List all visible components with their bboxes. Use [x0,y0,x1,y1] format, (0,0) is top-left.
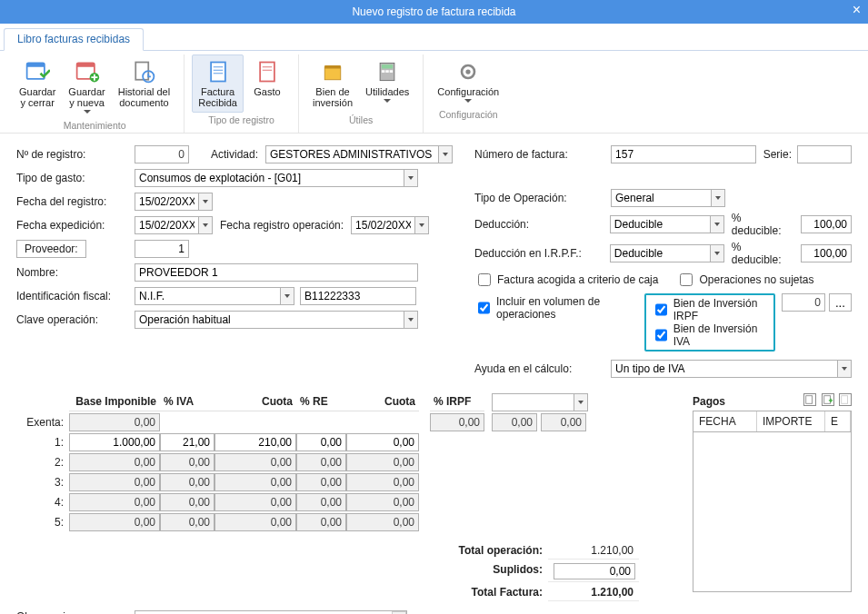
ded-irpf-combo[interactable] [610,244,724,262]
proveedor-button[interactable]: Proveedor: [16,240,86,258]
chevron-down-icon[interactable] [198,216,213,234]
bien-browse-button[interactable]: ... [829,293,852,312]
factura-recibida-button[interactable]: Factura Recibida [192,54,244,113]
nombre-input[interactable] [135,263,418,282]
chevron-down-icon[interactable] [711,189,725,207]
grid-row: 5: [16,513,678,531]
save-and-close-button[interactable]: Guardar y cerrar [13,54,62,118]
iva-input [160,493,215,511]
expense-icon [254,59,280,84]
save-and-new-button[interactable]: Guardar y nueva [62,54,111,118]
chevron-down-icon[interactable] [574,393,588,411]
num-factura-input[interactable] [611,145,756,163]
clave-op-combo[interactable] [135,311,418,329]
actividad-combo[interactable] [265,145,453,163]
actividad-label: Actividad: [211,148,258,161]
serie-input[interactable] [797,145,852,163]
fecha-registro-combo[interactable] [135,193,213,211]
pagos-title: Pagos [693,395,725,408]
pct-deducible2-input[interactable] [801,244,852,262]
pagos-col-importe: IMPORTE [757,411,825,431]
svg-rect-24 [823,396,830,404]
chevron-down-icon[interactable] [438,145,453,163]
pago-new-icon[interactable] [803,393,816,406]
id-fiscal-type-combo[interactable] [135,287,294,305]
cuota-input [215,493,296,511]
row-label: 5: [16,516,69,529]
cuota2-input[interactable] [346,433,419,451]
bien-inversion-button[interactable]: Bien de inversión [306,54,359,113]
iva-input[interactable] [160,433,215,451]
cuota-input [215,453,296,471]
base-input[interactable] [69,433,160,451]
window-title: Nuevo registro de factura recibida [352,5,515,18]
chevron-down-icon[interactable] [198,193,213,211]
deduccion-label: Deducción: [474,218,610,231]
pago-add-icon[interactable] [822,393,834,406]
fecha-expedicion-input[interactable] [135,216,198,234]
chevron-down-icon[interactable] [404,311,418,329]
irpf-pct-combo[interactable] [492,393,588,411]
re-input[interactable] [296,433,346,451]
svg-rect-23 [806,396,813,404]
id-fiscal-input[interactable] [300,287,416,305]
gasto-button[interactable]: Gasto [244,54,291,113]
group-label-utiles: Útiles [349,114,373,125]
chk-op-no-sujetas[interactable]: Operaciones no sujetas [676,271,813,289]
ayuda-input[interactable] [611,360,837,378]
utilidades-button[interactable]: Utilidades [359,54,415,113]
ded-irpf-input[interactable] [610,244,710,262]
pago-del-icon[interactable] [839,393,852,406]
chevron-down-icon[interactable] [710,244,724,262]
chevron-down-icon [84,110,91,114]
tipo-op-combo[interactable] [611,189,725,207]
chk-criterio-caja[interactable]: Factura acogida a criterio de caja [474,271,658,289]
close-icon[interactable]: × [853,2,861,18]
fecha-registro-input[interactable] [135,193,198,211]
cuota-input[interactable] [215,433,296,451]
re-input [296,513,346,531]
tab-strip: Libro facturas recibidas [0,24,868,51]
ayuda-combo[interactable] [611,360,852,378]
fecha-expedicion-combo[interactable] [135,216,213,234]
chevron-down-icon[interactable] [837,360,852,378]
irpf-pct-input[interactable] [492,393,574,411]
clave-op-input[interactable] [135,311,404,329]
serie-label: Serie: [763,148,792,161]
actividad-input[interactable] [265,145,438,163]
chevron-down-icon [384,99,391,103]
cuota-input [215,473,296,491]
tipo-gasto-combo[interactable] [135,169,418,187]
chevron-down-icon[interactable] [710,215,724,233]
chk-volumen-op[interactable]: Incluir en volumen de operaciones [474,295,638,321]
deduccion-combo[interactable] [610,215,724,233]
suplidos-input[interactable] [554,563,635,579]
pagos-table[interactable]: FECHA IMPORTE E [693,411,852,592]
deduccion-input[interactable] [610,215,710,233]
pct-deducible-input[interactable] [801,215,852,233]
chk-bien-iva[interactable]: Bien de Inversión IVA [652,322,768,348]
tipo-op-input[interactable] [611,189,711,207]
tot-op-label: Total operación: [430,542,548,560]
chevron-down-icon[interactable] [414,216,429,234]
document-history-button[interactable]: Historial del documento [112,54,176,118]
pct-deducible-label: % deducible: [732,212,793,237]
fecha-op-combo[interactable] [351,216,429,234]
row-label: 2: [16,456,69,469]
fecha-op-input[interactable] [351,216,414,234]
tab-libro-facturas[interactable]: Libro facturas recibidas [4,28,144,51]
chevron-down-icon[interactable] [280,287,294,305]
id-fiscal-type-input[interactable] [135,287,280,305]
proveedor-input[interactable] [135,240,189,258]
base-input [69,513,160,531]
observaciones-input[interactable] [135,610,407,614]
re-input [296,493,346,511]
chevron-down-icon[interactable] [404,169,418,187]
nregistro-input[interactable] [135,145,189,163]
fecha-expedicion-label: Fecha expedición: [16,219,135,232]
invoice-received-icon [205,59,231,84]
group-label-tipo: Tipo de registro [208,114,274,125]
chk-bien-irpf[interactable]: Bien de Inversión IRPF [652,297,768,322]
tipo-gasto-input[interactable] [135,169,404,187]
configuracion-button[interactable]: Configuración [431,54,505,107]
